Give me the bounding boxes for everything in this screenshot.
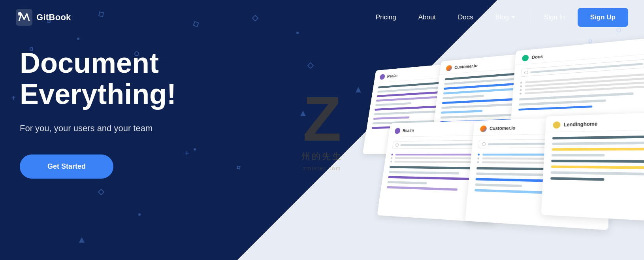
card5-title: Customer.io (489, 125, 516, 131)
hero-section: Document Everything! For you, your users… (20, 47, 225, 179)
card3-title: Docs (531, 54, 543, 60)
lendinghome-logo (553, 121, 561, 128)
svg-rect-0 (16, 9, 32, 26)
search-icon-small-2 (395, 143, 399, 147)
card4-title: Realm (402, 128, 414, 133)
cards-visualization: Realm Customer.io (330, 31, 644, 260)
realm-title: Realm (387, 73, 398, 79)
nav-docs[interactable]: Docs (447, 13, 484, 21)
gitbook-logo-icon (16, 9, 32, 26)
card-lendinghome: Lendinghome (541, 111, 644, 224)
nav-pricing[interactable]: Pricing (365, 13, 407, 21)
logo[interactable]: GitBook (16, 9, 71, 26)
get-started-button[interactable]: Get Started (20, 154, 113, 179)
customerio-title: Customer.io (454, 63, 478, 70)
signup-button[interactable]: Sign Up (578, 8, 628, 27)
nav-signin[interactable]: Sign In (535, 13, 574, 21)
card3-logo (522, 55, 529, 62)
nav-about[interactable]: About (407, 13, 447, 21)
card5-logo (480, 125, 487, 132)
lendinghome-title: Lendinghome (563, 121, 597, 128)
navigation: GitBook Pricing About Docs Blog Sign In … (0, 0, 644, 35)
search-icon-small (524, 71, 528, 75)
nav-links: Pricing About Docs Blog Sign In Sign Up (365, 8, 628, 27)
search-icon-small-3 (482, 142, 486, 146)
logo-text: GitBook (36, 12, 71, 23)
page-wrapper: + + GitBook Pricing About Docs Blog (0, 0, 644, 260)
nav-blog[interactable]: Blog (484, 13, 526, 21)
customerio-logo (446, 65, 452, 71)
realm-logo (379, 74, 385, 80)
nav-divider (530, 11, 531, 23)
hero-title: Document Everything! (20, 47, 225, 110)
chevron-down-icon (511, 16, 515, 19)
card4-logo (394, 128, 401, 134)
hero-subtitle: For you, your users and your team (20, 122, 225, 135)
